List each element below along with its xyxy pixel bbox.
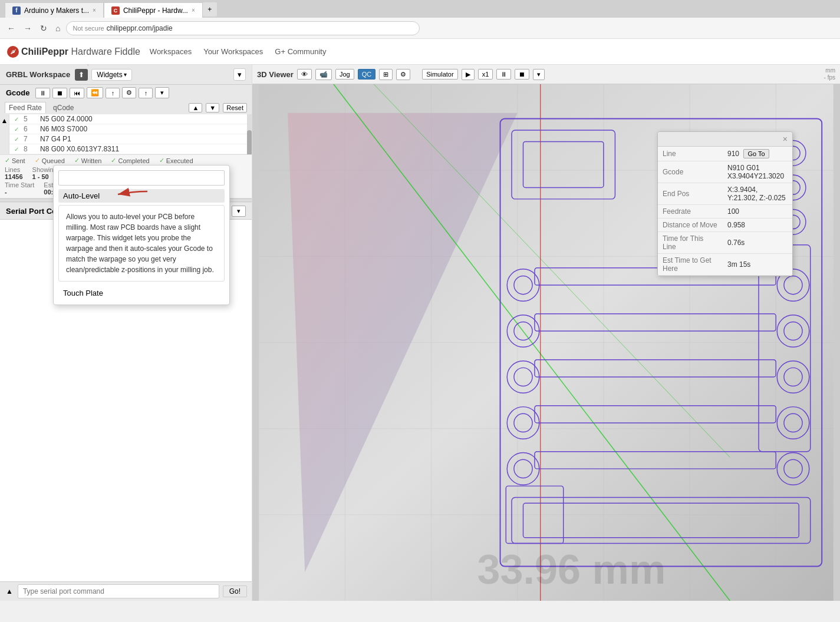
scroll-down-btn[interactable]: ▼ bbox=[206, 103, 219, 113]
widgets-dropdown: Auto-Level Allows you to auto-level your… bbox=[53, 165, 230, 305]
line-code-5: N5 G00 Z4.0000 bbox=[40, 115, 93, 123]
autolevel-tooltip: Allows you to auto-level your PCB before… bbox=[58, 205, 225, 282]
line-check-8: ✓ bbox=[14, 146, 19, 153]
gcode-line[interactable]: ✓ 8 N8 G00 X0.6013Y7.8311 bbox=[9, 144, 252, 154]
gcode-up2-btn[interactable]: ↑ bbox=[139, 88, 153, 98]
app-logo: 🌶 ChiliPeppr Hardware Fiddle bbox=[7, 46, 140, 58]
main-layout: GRBL Workspace ⬆ Widgets ▾ ▾ bbox=[0, 65, 840, 601]
info-row-est: Est Time to Get Here 3m 15s bbox=[658, 254, 792, 276]
new-tab-btn[interactable]: + bbox=[203, 2, 217, 16]
tab-label-arduino: Arduino y Makers t... bbox=[24, 6, 89, 15]
reset-btn[interactable]: Reset bbox=[223, 103, 247, 113]
fps-display: mm - fps bbox=[824, 67, 835, 81]
info-gcode-value: N910 G01 X3.9404Y21.3020 bbox=[723, 161, 792, 183]
dropdown-search[interactable] bbox=[58, 170, 225, 186]
info-time-label: Time for This Line bbox=[658, 232, 723, 254]
line-check-6: ✓ bbox=[14, 126, 19, 133]
command-bar: ▲ Go! bbox=[0, 581, 252, 601]
info-goto-btn[interactable]: Go To bbox=[743, 149, 769, 158]
workspace-controls: ⬆ Widgets ▾ bbox=[75, 69, 131, 81]
legend-executed: ✓ Executed bbox=[159, 157, 193, 164]
line-num-7: 7 bbox=[24, 135, 35, 143]
tab-chilipeppr[interactable]: C ChiliPeppr - Hardw... × bbox=[104, 2, 203, 18]
gcode-scroll-thumb[interactable] bbox=[247, 130, 252, 154]
viewer-play-btn[interactable]: ▶ bbox=[462, 69, 475, 80]
gcode-stop-btn[interactable]: ⏹ bbox=[52, 88, 67, 98]
gcode-pause-btn[interactable]: ⏸ bbox=[35, 88, 50, 98]
info-feedrate-label: Feedrate bbox=[658, 205, 723, 219]
viewer-toolbar: 3D Viewer 👁 📹 Jog QC ⊞ ⚙ Simulator ▶ x1 … bbox=[252, 65, 840, 84]
gcode-rewind-btn[interactable]: ⏮ bbox=[70, 88, 84, 98]
viewer-simulator-btn[interactable]: Simulator bbox=[422, 69, 457, 80]
nav-bar: ← → ↻ ⌂ Not secure chilipeppr.com/jpadie bbox=[0, 18, 840, 39]
viewer-jog-btn[interactable]: Jog bbox=[335, 69, 354, 80]
refresh-btn[interactable]: ↻ bbox=[38, 22, 50, 34]
viewer-more-btn[interactable]: ▾ bbox=[533, 69, 545, 80]
home-btn[interactable]: ⌂ bbox=[53, 22, 62, 34]
viewer-title: 3D Viewer bbox=[257, 70, 294, 79]
tab-close-chilipeppr[interactable]: × bbox=[192, 7, 195, 14]
info-popup: × Line 910 Go To Gcode N910 G01 X3.9404Y… bbox=[657, 131, 793, 276]
nav-workspaces[interactable]: Workspaces bbox=[150, 47, 192, 56]
gcode-controls: ⏸ ⏹ ⏮ ⏪ ↑ ⚙ ↑ ▾ bbox=[35, 87, 246, 98]
gcode-scrollbar[interactable] bbox=[247, 114, 252, 154]
viewer-stop-btn[interactable]: ⏹ bbox=[515, 69, 529, 80]
nav-community[interactable]: G+ Community bbox=[275, 47, 326, 56]
nav-menu: Workspaces Your Workspaces G+ Community bbox=[150, 47, 327, 56]
stat-time-start: Time Start - bbox=[5, 181, 34, 196]
line-check-7: ✓ bbox=[14, 136, 19, 143]
serial-more-btn[interactable]: ▾ bbox=[232, 206, 246, 217]
gcode-line[interactable]: ✓ 6 N6 M03 S7000 bbox=[9, 124, 252, 134]
workspace-export-btn[interactable]: ⬆ bbox=[75, 69, 88, 81]
info-popup-header: × bbox=[658, 132, 792, 147]
gcode-up-btn[interactable]: ↑ bbox=[106, 88, 120, 98]
gcode-line[interactable]: ✓ 7 N7 G4 P1 bbox=[9, 134, 252, 144]
viewer-camera-btn[interactable]: 📹 bbox=[315, 69, 332, 80]
nav-your-workspaces[interactable]: Your Workspaces bbox=[203, 47, 263, 56]
tab-arduino[interactable]: f Arduino y Makers t... × bbox=[5, 2, 104, 18]
collapse-serial-btn[interactable]: ▲ bbox=[5, 586, 14, 597]
gcode-subheader: Feed Rate qCode ▲ ▼ Reset bbox=[0, 101, 252, 114]
autolevel-label: Auto-Level bbox=[63, 191, 100, 200]
line-num-6: 6 bbox=[24, 125, 35, 133]
info-est-value: 3m 15s bbox=[723, 254, 792, 276]
back-btn[interactable]: ← bbox=[5, 22, 18, 34]
gcode-line[interactable]: ✓ 5 N5 G00 Z4.0000 bbox=[9, 114, 252, 124]
viewer-settings-btn[interactable]: ⚙ bbox=[396, 69, 410, 80]
info-dist-label: Distance of Move bbox=[658, 219, 723, 232]
viewer-qc-btn[interactable]: QC bbox=[358, 69, 376, 80]
gcode-title: Gcode bbox=[6, 88, 29, 97]
info-close-btn[interactable]: × bbox=[783, 134, 788, 144]
viewer-grid-btn[interactable]: ⊞ bbox=[379, 69, 393, 80]
info-dist-value: 0.958 bbox=[723, 219, 792, 232]
tab-feedrate[interactable]: Feed Rate bbox=[5, 102, 46, 113]
line-code-8: N8 G00 X0.6013Y7.8311 bbox=[40, 145, 119, 153]
forward-btn[interactable]: → bbox=[21, 22, 34, 34]
viewer-pause-btn[interactable]: ⏸ bbox=[496, 69, 511, 80]
command-input[interactable] bbox=[18, 584, 219, 598]
info-row-feedrate: Feedrate 100 bbox=[658, 205, 792, 219]
legend-completed: ✓ Completed bbox=[111, 157, 149, 164]
gcode-header: Gcode ⏸ ⏹ ⏮ ⏪ ↑ ⚙ ↑ ▾ bbox=[0, 85, 252, 101]
viewer-x1-btn[interactable]: x1 bbox=[478, 69, 493, 80]
gcode-prev-btn[interactable]: ⏪ bbox=[87, 87, 103, 98]
tab-label-chilipeppr: ChiliPeppr - Hardw... bbox=[123, 6, 188, 15]
workspace-more-btn[interactable]: ▾ bbox=[233, 68, 246, 81]
tab-qcode[interactable]: qCode bbox=[50, 102, 77, 113]
collapse-gcode-btn[interactable]: ▲ bbox=[0, 114, 9, 154]
address-bar[interactable]: Not secure chilipeppr.com/jpadie bbox=[66, 21, 420, 35]
touchplate-label: Touch Plate bbox=[63, 289, 103, 297]
line-num-8: 8 bbox=[24, 145, 35, 153]
viewer-eye-btn[interactable]: 👁 bbox=[297, 69, 312, 80]
gcode-more-btn[interactable]: ▾ bbox=[155, 87, 169, 98]
dropdown-item-autolevel[interactable]: Auto-Level bbox=[58, 189, 225, 203]
info-time-value: 0.76s bbox=[723, 232, 792, 254]
scroll-up-btn[interactable]: ▲ bbox=[189, 103, 202, 113]
widgets-btn[interactable]: Widgets ▾ bbox=[91, 69, 131, 81]
tab-close-arduino[interactable]: × bbox=[93, 7, 96, 14]
dropdown-item-touchplate[interactable]: Touch Plate bbox=[58, 286, 225, 300]
go-btn[interactable]: Go! bbox=[223, 585, 247, 597]
left-panel: GRBL Workspace ⬆ Widgets ▾ ▾ bbox=[0, 65, 252, 601]
gcode-settings-btn[interactable]: ⚙ bbox=[122, 87, 136, 98]
info-gcode-label: Gcode bbox=[658, 161, 723, 183]
